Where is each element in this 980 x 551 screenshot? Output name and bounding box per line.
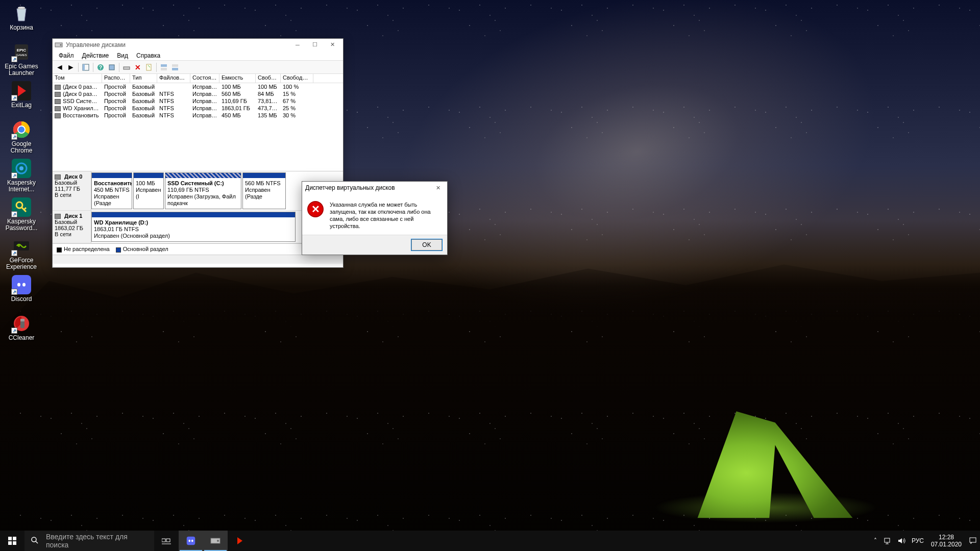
desktop-icon-discord[interactable]: ↗Discord	[2, 273, 41, 312]
taskbar-app-diskmgmt[interactable]	[203, 531, 228, 551]
disk-info[interactable]: Диск 0Базовый111,77 ГБВ сети	[53, 171, 91, 210]
desktop-icon-geforce[interactable]: ↗GeForce Experience	[2, 235, 41, 273]
tray-volume-icon[interactable]	[894, 531, 909, 551]
show-hide-button[interactable]	[81, 62, 91, 72]
volume-row[interactable]: (Диск 0 раздел 2)ПростойБазовыйИсправен.…	[53, 83, 343, 90]
exitlag-icon: ↗	[11, 81, 32, 101]
desktop-icon-epic[interactable]: EPICGAMES↗Epic Games Launcher	[2, 41, 41, 80]
clock-time: 12:28	[931, 534, 962, 541]
task-view-button[interactable]	[154, 531, 179, 551]
legend-unallocated: Не распределена	[64, 246, 110, 252]
svg-rect-38	[13, 541, 16, 545]
legend-primary: Основной раздел	[123, 246, 168, 252]
list-top-button[interactable]	[159, 62, 169, 72]
column-header[interactable]: Состояние	[190, 74, 219, 83]
volume-row[interactable]: WD Хранилище (...ПростойБазовыйNTFSИспра…	[53, 105, 343, 112]
menubar: ФайлДействиеВидСправка	[53, 51, 343, 61]
refresh-button[interactable]	[107, 62, 117, 72]
titlebar[interactable]: Управление дисками ─ ☐ ✕	[53, 39, 343, 51]
tray-overflow-button[interactable]: ˄	[871, 531, 880, 551]
taskbar-app-exitlag[interactable]	[228, 531, 252, 551]
action-center-button[interactable]	[966, 531, 980, 551]
menu-вид[interactable]: Вид	[113, 51, 132, 60]
desktop-icon-recycle-bin[interactable]: Корзина	[2, 2, 41, 41]
disk-graphical-view[interactable]: Диск 0Базовый111,77 ГБВ сетиВосстановить…	[53, 171, 343, 243]
volume-icon	[897, 537, 905, 545]
svg-point-39	[32, 537, 36, 542]
task-view-icon	[162, 537, 171, 544]
legend: Не распределена Основной раздел	[53, 243, 343, 255]
desktop-icon-ccleaner[interactable]: ↗CCleaner	[2, 312, 41, 351]
search-placeholder: Введите здесь текст для поиска	[46, 533, 148, 549]
disk-row: Диск 1Базовый1863,02 ГБВ сетиWD Хранилищ…	[53, 211, 337, 243]
desktop-icon-label: Discord	[11, 296, 32, 303]
error-close-button[interactable]: ✕	[432, 183, 444, 193]
partition[interactable]: Восстановить450 МБ NTFSИсправен (Разде	[91, 172, 132, 209]
desktop-icon-chrome[interactable]: ↗Google Chrome	[2, 118, 41, 157]
svg-point-45	[188, 540, 190, 542]
error-message: Указанная служба не может быть запущена,…	[330, 201, 442, 230]
column-header[interactable]: Свободно %	[281, 74, 313, 83]
column-header[interactable]: Файловая с...	[157, 74, 190, 83]
search-input[interactable]: Введите здесь текст для поиска	[24, 531, 154, 551]
volume-row[interactable]: ВосстановитьПростойБазовыйNTFSИсправен..…	[53, 112, 343, 119]
disk-mgmt-icon	[55, 41, 63, 49]
forward-button[interactable]: ►	[66, 62, 76, 72]
volume-list-header[interactable]: ТомРасполо...ТипФайловая с...СостояниеЕм…	[53, 74, 343, 83]
taskbar: Введите здесь текст для поиска ˄ РУС 12:…	[0, 531, 980, 551]
desktop-icon-kaspersky[interactable]: ↗Kaspersky Internet...	[2, 157, 41, 196]
column-header[interactable]: Свобод...	[256, 74, 281, 83]
volume-list[interactable]: ТомРасполо...ТипФайловая с...СостояниеЕм…	[53, 74, 343, 171]
svg-rect-37	[8, 541, 12, 545]
settings-button[interactable]	[121, 62, 132, 72]
column-header[interactable]: Том	[53, 74, 102, 83]
help-button[interactable]: ?	[95, 62, 106, 72]
error-titlebar[interactable]: Диспетчер виртуальных дисков ✕	[302, 182, 447, 194]
tray-language[interactable]: РУС	[909, 531, 927, 551]
svg-rect-35	[8, 537, 12, 540]
search-icon	[31, 536, 39, 546]
column-header[interactable]: Тип	[130, 74, 157, 83]
desktop-icon-label: Google Chrome	[3, 141, 40, 154]
disk-management-window: Управление дисками ─ ☐ ✕ ФайлДействиеВид…	[52, 38, 344, 268]
back-button[interactable]: ◄	[55, 62, 65, 72]
svg-rect-21	[20, 319, 24, 321]
minimize-button[interactable]: ─	[289, 40, 306, 50]
desktop-icon-label: Kaspersky Password...	[3, 218, 40, 232]
error-ok-button[interactable]: OK	[411, 239, 442, 251]
taskbar-app-discord[interactable]	[179, 531, 203, 551]
disk-info[interactable]: Диск 1Базовый1863,02 ГБВ сети	[53, 211, 91, 243]
menu-действие[interactable]: Действие	[78, 51, 113, 60]
svg-rect-36	[13, 537, 16, 540]
notification-icon	[969, 537, 977, 545]
close-button[interactable]: ✕	[324, 40, 341, 50]
svg-line-40	[36, 541, 38, 543]
partition[interactable]: WD Хранилище (D:)1863,01 ГБ NTFSИсправен…	[91, 212, 296, 242]
desktop-icon-label: Epic Games Launcher	[3, 63, 40, 77]
clock-date: 07.01.2020	[931, 541, 962, 548]
desktop-icon-label: Kaspersky Internet...	[3, 180, 40, 193]
delete-button[interactable]: ✕	[133, 62, 143, 72]
svg-rect-28	[109, 65, 114, 70]
menu-файл[interactable]: Файл	[55, 51, 78, 60]
tray-clock[interactable]: 12:28 07.01.2020	[927, 534, 966, 548]
kaspersky-pw-icon: ↗	[11, 197, 32, 217]
list-bottom-button[interactable]	[170, 62, 180, 72]
tray-network-icon[interactable]	[880, 531, 894, 551]
menu-справка[interactable]: Справка	[132, 51, 164, 60]
properties-button[interactable]	[144, 62, 154, 72]
desktop-icon-exitlag[interactable]: ↗ExitLag	[2, 80, 41, 118]
column-header[interactable]: Располо...	[102, 74, 130, 83]
partition[interactable]: 560 МБ NTFSИсправен (Разде	[242, 172, 286, 209]
partition[interactable]: SSD Системный (C:)110,69 ГБ NTFSИсправен…	[165, 172, 241, 209]
partition[interactable]: 100 МБИсправен (I	[133, 172, 164, 209]
start-button[interactable]	[0, 531, 24, 551]
desktop-icon-kaspersky-pw[interactable]: ↗Kaspersky Password...	[2, 196, 41, 235]
volume-row[interactable]: SSD Системный (...ПростойБазовыйNTFSИспр…	[53, 97, 343, 105]
column-header[interactable]: Емкость	[219, 74, 256, 83]
maximize-button[interactable]: ☐	[306, 40, 324, 50]
error-title: Диспетчер виртуальных дисков	[305, 184, 432, 191]
error-icon: ✕	[307, 201, 324, 217]
svg-text:EPIC: EPIC	[17, 48, 27, 53]
volume-row[interactable]: (Диск 0 раздел 5)ПростойБазовыйNTFSИспра…	[53, 90, 343, 97]
